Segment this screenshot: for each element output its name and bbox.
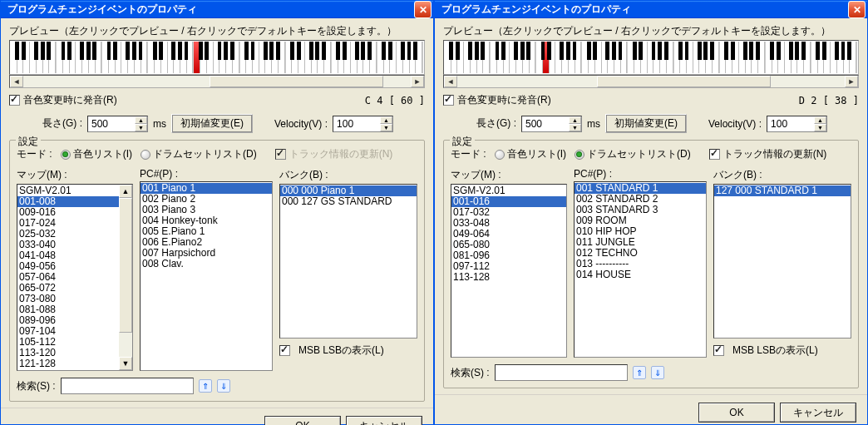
piano-key[interactable] (11, 42, 17, 73)
piano-key[interactable] (792, 42, 798, 73)
piano-key[interactable] (589, 42, 595, 73)
piano-key[interactable] (253, 42, 259, 73)
piano-key[interactable] (338, 42, 345, 73)
piano-key[interactable] (207, 42, 214, 73)
track-update-checkbox[interactable] (709, 149, 720, 160)
list-item[interactable]: 002 STANDARD 2 (575, 194, 706, 205)
piano-key[interactable] (37, 42, 43, 73)
list-item[interactable]: 033-048 (451, 218, 566, 229)
list-item[interactable]: 033-040 (17, 240, 119, 250)
list-item[interactable]: 065-080 (451, 240, 566, 250)
piano-key[interactable] (667, 42, 673, 73)
chevron-down-icon[interactable]: ▼ (814, 124, 826, 131)
piano-key[interactable] (451, 42, 458, 73)
piano-key[interactable] (516, 42, 523, 73)
piano-key[interactable] (595, 42, 602, 73)
map-listbox[interactable]: SGM-V2.01001-008009-016017-024025-032033… (17, 184, 133, 371)
list-item[interactable]: 001-008 (17, 196, 119, 207)
list-item[interactable]: 097-104 (17, 326, 119, 337)
ok-button[interactable]: OK (699, 403, 774, 422)
length-input[interactable] (522, 116, 569, 131)
map-listbox[interactable]: SGM-V2.01001-016017-032033-048049-064065… (451, 184, 567, 358)
piano-key[interactable] (318, 42, 324, 73)
list-item[interactable]: 006 E.Piano2 (141, 237, 272, 248)
list-item[interactable]: 005 E.Piano 1 (141, 226, 272, 237)
piano-key[interactable] (23, 42, 30, 73)
piano-key[interactable] (279, 42, 285, 73)
piano-key[interactable] (180, 42, 187, 73)
piano-key[interactable] (141, 42, 148, 73)
bank-listbox[interactable]: 000 000 Piano 1000 127 GS STANDARD (279, 184, 417, 339)
list-item[interactable]: 049-056 (17, 261, 119, 272)
scroll-right-icon[interactable]: ► (845, 76, 858, 87)
piano-key[interactable] (471, 42, 477, 73)
piano-key[interactable] (778, 42, 785, 73)
piano-key[interactable] (30, 42, 37, 73)
piano-key[interactable] (837, 42, 844, 73)
piano-key[interactable] (824, 42, 831, 73)
piano-key[interactable] (96, 42, 102, 73)
mode-tone-radio[interactable] (61, 150, 71, 160)
scroll-right-icon[interactable]: ► (411, 76, 424, 87)
list-item[interactable]: 013 ---------- (575, 259, 706, 269)
piano-key[interactable] (614, 42, 621, 73)
chevron-down-icon[interactable]: ▼ (135, 124, 147, 131)
list-item[interactable]: 105-112 (17, 337, 119, 348)
list-item[interactable]: 121-128 (17, 358, 119, 369)
piano-key[interactable] (818, 42, 825, 73)
piano-key[interactable] (726, 42, 732, 73)
piano-key[interactable] (298, 42, 305, 73)
piano-key[interactable] (746, 42, 752, 73)
close-icon[interactable]: ✕ (414, 1, 432, 18)
piano-key[interactable] (403, 42, 410, 73)
piano-key[interactable] (128, 42, 135, 73)
piano-key[interactable] (653, 42, 660, 73)
piano-key[interactable] (732, 42, 739, 73)
piano-key[interactable] (674, 42, 681, 73)
piano-key[interactable] (332, 42, 338, 73)
list-item[interactable]: 008 Clav. (141, 259, 272, 269)
piano-key[interactable] (109, 42, 116, 73)
piano-key[interactable] (680, 42, 687, 73)
piano-key[interactable] (416, 42, 422, 73)
list-item[interactable]: 001 Piano 1 (141, 183, 272, 194)
piano-key[interactable] (504, 42, 510, 73)
list-item[interactable]: 017-024 (17, 218, 119, 229)
chevron-up-icon[interactable]: ▲ (380, 116, 392, 124)
piano-key[interactable] (214, 42, 220, 73)
search-input[interactable] (61, 378, 194, 394)
list-item[interactable]: 003 STANDARD 3 (575, 205, 706, 215)
piano-key[interactable] (850, 42, 856, 73)
piano-key[interactable] (555, 42, 562, 73)
piano-key[interactable] (135, 42, 141, 73)
piano-key[interactable] (246, 42, 253, 73)
piano-key[interactable] (161, 42, 168, 73)
init-change-button[interactable]: 初期値変更(E) (605, 114, 687, 133)
piano-key[interactable] (457, 42, 464, 73)
search-next-icon[interactable]: ⇓ (217, 379, 230, 393)
chevron-down-icon[interactable]: ▼ (569, 124, 581, 131)
msb-lsb-checkbox[interactable] (713, 345, 724, 356)
piano-key[interactable] (660, 42, 667, 73)
piano-key[interactable] (628, 42, 634, 73)
piano-key[interactable] (286, 42, 293, 73)
piano-key[interactable] (804, 42, 811, 73)
piano-key[interactable] (569, 42, 575, 73)
chevron-down-icon[interactable]: ▼ (119, 357, 132, 370)
piano-key[interactable] (305, 42, 312, 73)
piano-key[interactable] (240, 42, 247, 73)
piano-key[interactable] (648, 42, 654, 73)
piano-key[interactable] (358, 42, 364, 73)
scroll-left-icon[interactable]: ◄ (10, 76, 23, 87)
chevron-up-icon[interactable]: ▲ (814, 116, 826, 124)
piano-key[interactable] (49, 42, 56, 73)
velocity-input[interactable] (333, 116, 380, 131)
cancel-button[interactable]: キャンセル (347, 417, 422, 425)
piano-key[interactable] (200, 42, 207, 73)
velocity-spinner[interactable]: ▲▼ (767, 116, 827, 132)
piano-key[interactable] (148, 42, 155, 73)
search-next-icon[interactable]: ⇓ (651, 366, 664, 379)
piano-key[interactable] (43, 42, 50, 73)
mode-drum-radio[interactable] (141, 150, 150, 160)
chevron-down-icon[interactable]: ▼ (380, 124, 392, 131)
